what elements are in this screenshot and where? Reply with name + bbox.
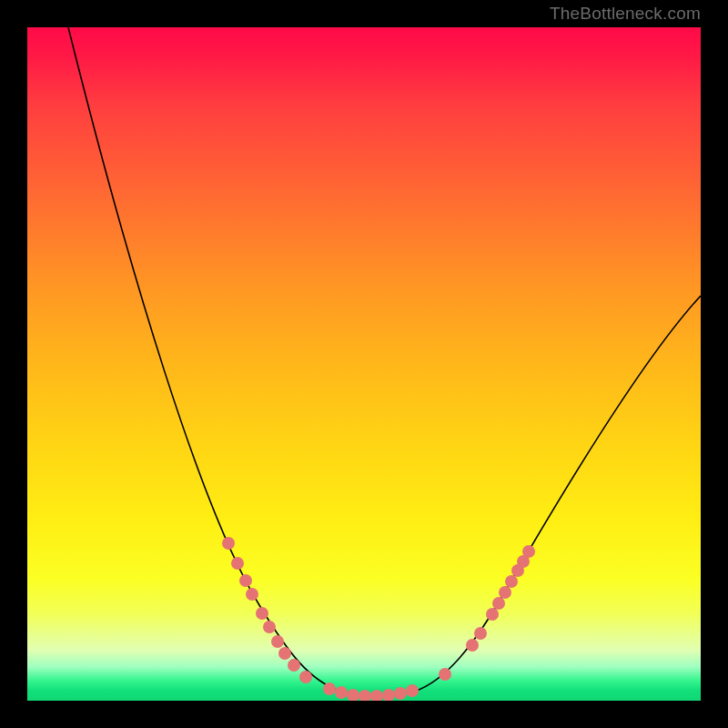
marker-layer xyxy=(222,537,535,701)
plot-area xyxy=(27,27,701,701)
data-marker xyxy=(256,607,268,620)
data-marker xyxy=(239,574,252,587)
data-marker xyxy=(439,668,451,681)
data-marker xyxy=(505,575,518,588)
data-marker xyxy=(382,689,395,701)
data-marker xyxy=(246,588,258,601)
chart-svg xyxy=(27,27,701,701)
chart-container: TheBottleneck.com xyxy=(0,0,728,728)
data-marker xyxy=(370,690,383,701)
data-marker xyxy=(394,687,407,700)
data-marker xyxy=(288,659,300,672)
data-marker xyxy=(486,608,499,621)
data-marker xyxy=(231,557,244,570)
data-marker xyxy=(466,639,479,652)
data-marker xyxy=(406,684,419,697)
data-marker xyxy=(499,586,511,599)
data-marker xyxy=(323,682,336,695)
data-marker xyxy=(222,537,235,550)
watermark: TheBottleneck.com xyxy=(550,4,701,24)
data-marker xyxy=(474,627,487,640)
data-marker xyxy=(278,647,291,660)
data-marker xyxy=(492,597,505,610)
data-marker xyxy=(263,621,276,633)
data-marker xyxy=(347,689,359,701)
data-marker xyxy=(335,686,348,699)
data-marker xyxy=(359,690,371,701)
data-marker xyxy=(271,635,284,648)
bottleneck-curve xyxy=(68,27,701,696)
data-marker xyxy=(522,545,535,558)
data-marker xyxy=(299,671,312,683)
